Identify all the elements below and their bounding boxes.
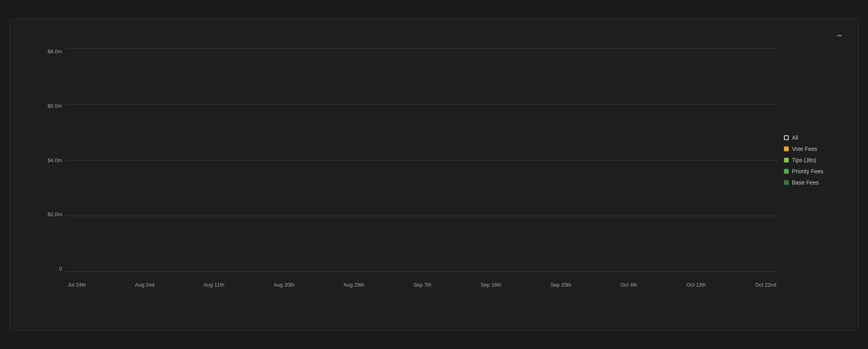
bar-group (674, 48, 687, 288)
bar-group (304, 48, 318, 288)
bar-group (127, 48, 141, 288)
bar-group (245, 48, 259, 288)
legend-label: Base Fees (792, 179, 819, 186)
bar-group (423, 48, 436, 288)
bar-group (733, 48, 747, 288)
x-axis-label: Aug 20th (273, 282, 294, 288)
chart-header (42, 35, 842, 36)
bar-group (541, 48, 555, 288)
y-axis-label: $6.0m (48, 103, 62, 109)
legend-color-dot (784, 158, 789, 162)
y-axis-label: 0 (59, 266, 62, 272)
legend-item: Priority Fees (784, 168, 842, 174)
x-axis-label: Aug 29th (344, 282, 364, 288)
bar-group (68, 48, 81, 288)
x-axis: Jul 24thAug 2ndAug 11thAug 20thAug 29thS… (66, 272, 778, 288)
bar-group (511, 48, 525, 288)
chart-area: $8.0m$6.0m$4.0m$2.0m0 Jul 24thAug 2ndAug… (42, 48, 842, 288)
x-labels: Jul 24thAug 2ndAug 11thAug 20thAug 29thS… (66, 282, 778, 288)
legend-color-dot (784, 146, 789, 151)
bar-group (585, 48, 599, 288)
bar-group (526, 48, 540, 288)
bar-group (482, 48, 495, 288)
bar-group (349, 48, 362, 288)
bar-group (703, 48, 717, 288)
bar-group (630, 48, 643, 288)
bar-group (393, 48, 407, 288)
chart-container: $8.0m$6.0m$4.0m$2.0m0 Jul 24thAug 2ndAug… (10, 18, 858, 331)
legend-label: Priority Fees (792, 168, 824, 174)
bar-group (556, 48, 569, 288)
legend-color-dot (784, 169, 789, 174)
legend-item: Vote Fees (784, 146, 842, 152)
bar-group (763, 48, 776, 288)
brand-badge (837, 35, 842, 36)
bar-group (275, 48, 288, 288)
y-axis-label: $4.0m (48, 157, 62, 163)
x-axis-label: Jul 24th (68, 282, 86, 288)
bar-group (319, 48, 333, 288)
bar-group (186, 48, 200, 288)
bar-group (157, 48, 170, 288)
bar-group (364, 48, 377, 288)
bar-group (467, 48, 480, 288)
bar-group (689, 48, 702, 288)
chart-inner: Jul 24thAug 2ndAug 11thAug 20thAug 29thS… (66, 48, 842, 288)
bar-group (378, 48, 392, 288)
brand-area (834, 35, 842, 36)
legend-item: All (784, 134, 842, 141)
x-axis-label: Oct 22nd (755, 282, 776, 288)
bar-group (334, 48, 348, 288)
legend-item: Tips (Jito) (784, 157, 842, 163)
bar-group (571, 48, 584, 288)
legend-color-dot (784, 180, 789, 185)
bar-group (171, 48, 185, 288)
y-axis: $8.0m$6.0m$4.0m$2.0m0 (42, 48, 66, 288)
x-axis-label: Sep 16th (480, 282, 501, 288)
x-axis-label: Aug 11th (203, 282, 224, 288)
bar-group (645, 48, 658, 288)
legend: AllVote FeesTips (Jito)Priority FeesBase… (780, 48, 842, 272)
bar-group (112, 48, 126, 288)
bar-group (201, 48, 214, 288)
legend-color-dot (784, 135, 789, 140)
bar-group (748, 48, 762, 288)
legend-label: Tips (Jito) (792, 157, 816, 163)
x-axis-label: Sep 7th (414, 282, 432, 288)
bar-group (496, 48, 510, 288)
y-axis-label: $2.0m (48, 211, 62, 217)
legend-label: All (792, 134, 798, 141)
bar-group (82, 48, 96, 288)
x-axis-label: Oct 13th (686, 282, 706, 288)
bar-group (615, 48, 629, 288)
bar-group (600, 48, 614, 288)
bar-group (659, 48, 673, 288)
bar-group (437, 48, 451, 288)
bars-area (66, 48, 778, 288)
bar-group (260, 48, 273, 288)
bar-group (289, 48, 303, 288)
bar-group (230, 48, 244, 288)
bar-group (408, 48, 422, 288)
bar-group (215, 48, 229, 288)
bar-group (718, 48, 732, 288)
y-axis-label: $8.0m (48, 48, 62, 54)
legend-item: Base Fees (784, 179, 842, 186)
x-axis-label: Aug 2nd (135, 282, 154, 288)
x-axis-label: Oct 4th (621, 282, 637, 288)
x-axis-label: Sep 25th (551, 282, 571, 288)
bar-group (97, 48, 111, 288)
bar-group (452, 48, 466, 288)
bar-group (142, 48, 155, 288)
legend-label: Vote Fees (792, 146, 817, 152)
